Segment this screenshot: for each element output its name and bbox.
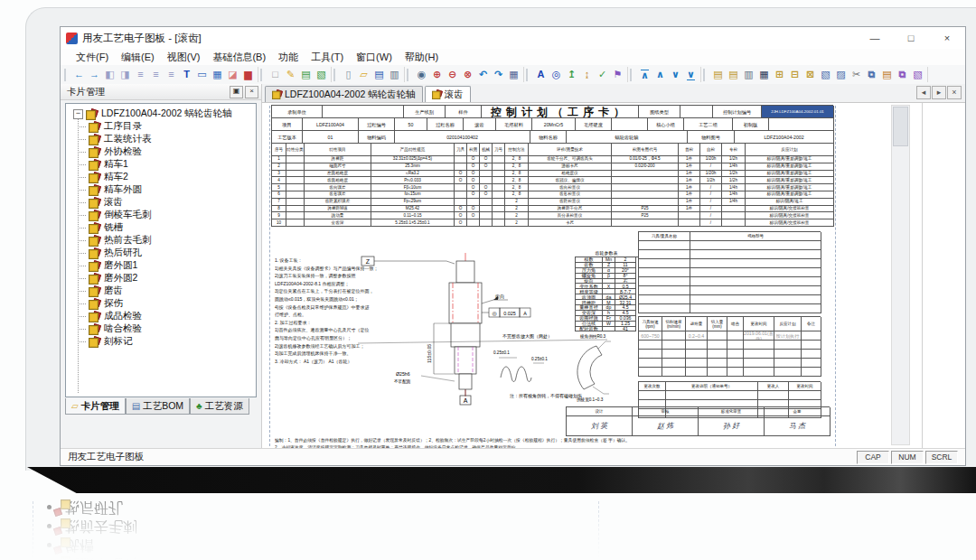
open-card-icon[interactable]: ▱ (356, 67, 371, 82)
move-up-icon[interactable]: ∧ (652, 67, 668, 82)
menu-item[interactable]: 视图(V) (161, 51, 207, 64)
zoom-in-icon[interactable]: ⊕ (429, 67, 445, 82)
close-button[interactable]: × (929, 28, 965, 48)
menu-item[interactable]: 功能 (272, 51, 305, 64)
tree-item[interactable]: 热前去毛刺 (66, 234, 256, 247)
tree-root-item[interactable]: −LDFZ100A04-2002 蜗轮齿轮轴 (66, 107, 256, 120)
move-top-icon[interactable]: ∧ (637, 67, 652, 82)
toolbar-drag-handle[interactable] (703, 69, 708, 81)
calculator-icon[interactable]: ▦ (506, 67, 521, 82)
sign-card-icon[interactable]: ▧ (910, 67, 925, 82)
tree-item[interactable]: 啮合检验 (66, 322, 256, 335)
tree-item[interactable]: 精车外圆 (66, 183, 256, 196)
tree-item[interactable]: 磨外圆2 (66, 272, 256, 285)
zoom-out-icon[interactable]: ⊖ (445, 67, 460, 82)
tree-item[interactable]: 倒棱车毛刺 (66, 209, 256, 221)
toolbar-drag-handle[interactable] (630, 69, 634, 81)
minimize-button[interactable]: — (857, 28, 893, 48)
eraser-icon[interactable]: ◪ (225, 67, 240, 82)
text-tool-icon[interactable]: T (179, 67, 194, 82)
symbol-up-icon[interactable]: ↥ (564, 67, 579, 82)
move-bottom-icon[interactable]: ∨ (683, 67, 699, 82)
tree-item[interactable]: 工装统计表 (66, 133, 256, 145)
redo-icon[interactable]: ↷ (491, 67, 506, 82)
replace-image-icon[interactable]: ▧ (314, 67, 329, 82)
toolbar-drag-handle[interactable] (64, 69, 69, 81)
menu-item[interactable]: 文件(F) (70, 51, 115, 64)
insert-page-icon[interactable]: ▧ (818, 67, 833, 82)
float-panel-button[interactable]: ▣ (230, 86, 243, 98)
prev-tab-button[interactable]: ◂ (916, 86, 931, 99)
output-card-icon[interactable]: ▥ (741, 67, 756, 82)
zoom-fit-icon[interactable]: ⊗ (460, 67, 475, 82)
tree-item[interactable]: 刻标记 (66, 335, 256, 348)
delete-row-icon[interactable]: ⊠ (802, 67, 818, 82)
tree-item[interactable]: 磨外圆1 (66, 259, 256, 272)
menu-item[interactable]: 基础信息(B) (206, 51, 272, 64)
nav-back-icon[interactable]: ← (71, 67, 87, 82)
toolbar-drag-handle[interactable] (333, 69, 338, 81)
new-card-icon[interactable]: ▯ (341, 67, 356, 82)
tree-item[interactable]: 精车2 (66, 171, 256, 183)
doc-tab-process[interactable]: 滚齿 (425, 86, 471, 102)
tree-item[interactable]: 外协检验 (66, 145, 256, 158)
tree-item[interactable]: 滚齿 (66, 196, 256, 209)
paste-row-icon[interactable]: ▤ (879, 67, 895, 82)
tree-item[interactable]: 探伤 (66, 297, 256, 310)
menu-item[interactable]: 帮助(H) (399, 51, 445, 64)
menu-item[interactable]: 窗口(W) (350, 51, 399, 64)
copy-row-icon[interactable]: ⧉ (864, 67, 879, 82)
tree-item[interactable]: 热后研孔 (66, 247, 256, 259)
symbol-swap-icon[interactable]: ↨ (579, 67, 595, 82)
undo-icon[interactable]: ↶ (475, 67, 491, 82)
font-icon[interactable]: A (533, 67, 549, 82)
scrollbar-thumb[interactable] (893, 107, 908, 146)
sidebar-tab-folder-icon[interactable]: ▱卡片管理 (65, 398, 126, 415)
fill-red-icon[interactable]: ▆ (240, 67, 256, 82)
cut-row-icon[interactable]: ✂ (849, 67, 864, 82)
roughness-icon[interactable]: ✓ (595, 67, 610, 82)
move-down-icon[interactable]: ∨ (668, 67, 683, 82)
delete-page-icon[interactable]: ▨ (833, 67, 849, 82)
tree-item[interactable]: 工序目录 (66, 120, 256, 133)
insert-row-above-icon[interactable]: ⊞ (772, 67, 787, 82)
align-right-icon[interactable]: ≡ (164, 67, 179, 82)
print-preview-icon[interactable]: ◉ (414, 67, 429, 82)
merge-right-icon[interactable]: ◨ (117, 67, 133, 82)
toolbar-drag-handle[interactable] (526, 69, 530, 81)
lock-card-icon[interactable]: ▦ (756, 67, 772, 82)
doc-tab-part[interactable]: LDFZ100A04-2002 蜗轮齿轮轴 (265, 86, 423, 102)
nav-forward-icon[interactable]: → (87, 67, 102, 82)
menu-item[interactable]: 编辑(E) (115, 51, 161, 64)
tree-item[interactable]: 精车1 (66, 158, 256, 171)
copy-card-icon[interactable]: ⧉ (895, 67, 910, 82)
print-icon[interactable]: ▥ (387, 67, 402, 82)
edit-pencil-icon[interactable]: ✎ (283, 67, 298, 82)
vertical-scrollbar[interactable] (891, 105, 910, 445)
tree-item[interactable]: 磨齿 (66, 285, 256, 297)
sidebar-tab-resource-tree-icon[interactable]: ♣工艺资源 (190, 398, 249, 415)
toolbar-drag-handle[interactable] (407, 69, 411, 81)
tree-item[interactable]: 成品检验 (66, 310, 256, 322)
callout-flag-icon[interactable]: ⚑ (610, 67, 625, 82)
encircle-text-icon[interactable]: ◎ (549, 67, 564, 82)
menu-item[interactable]: 工具(T) (305, 51, 350, 64)
insert-image-icon[interactable]: ▤ (298, 67, 314, 82)
close-tab-button[interactable]: × (947, 86, 962, 99)
align-left-icon[interactable]: ≡ (133, 67, 148, 82)
find-card-icon[interactable]: ▤ (710, 67, 726, 82)
textbox-icon[interactable]: ▭ (194, 67, 210, 82)
save-icon[interactable]: ▤ (371, 67, 387, 82)
delete-card-icon[interactable]: ▤ (726, 67, 741, 82)
next-tab-button[interactable]: ▸ (932, 86, 946, 99)
select-region-icon[interactable]: □ (267, 67, 283, 82)
tree-expander-icon[interactable]: − (73, 109, 83, 119)
sidebar-tab-bom-icon[interactable]: ▤工艺BOM (126, 398, 190, 415)
maximize-button[interactable]: □ (893, 28, 929, 48)
insert-row-below-icon[interactable]: ⊟ (787, 67, 802, 82)
align-center-icon[interactable]: ≡ (148, 67, 164, 82)
picture-box-icon[interactable]: ▦ (210, 67, 225, 82)
toolbar-drag-handle[interactable] (260, 69, 265, 81)
close-panel-button[interactable]: × (245, 86, 258, 98)
tree-item[interactable]: 铣槽 (66, 221, 256, 234)
